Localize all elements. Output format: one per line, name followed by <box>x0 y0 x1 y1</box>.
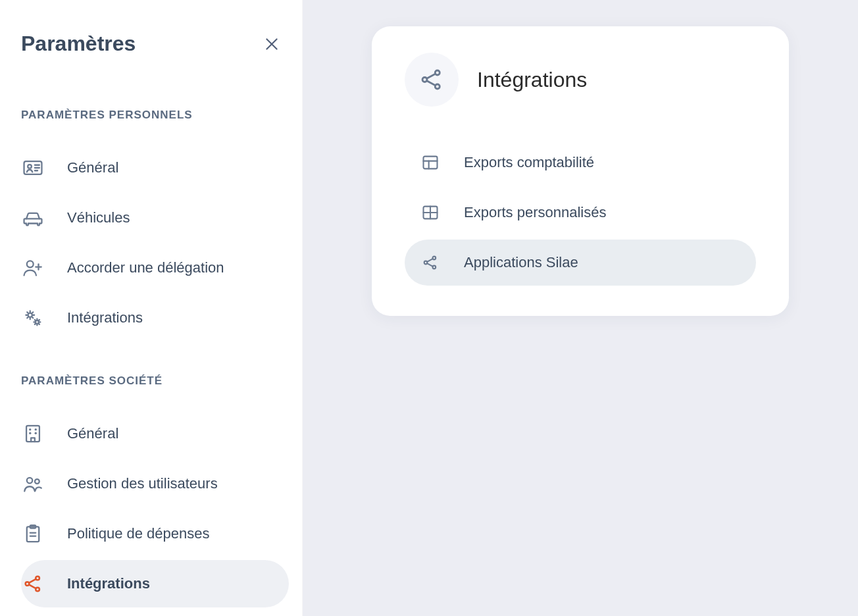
card-item-label: Applications Silae <box>464 254 578 271</box>
svg-rect-19 <box>27 526 39 542</box>
layout-icon <box>420 153 440 172</box>
network-icon <box>21 572 45 596</box>
card-item-label: Exports personnalisés <box>464 204 606 221</box>
sidebar-item-users[interactable]: Gestion des utilisateurs <box>21 460 289 507</box>
car-icon <box>21 206 45 230</box>
sidebar-item-company-integrations[interactable]: Intégrations <box>21 560 289 607</box>
sidebar-item-label: Général <box>67 159 118 176</box>
sidebar-item-label: Accorder une délégation <box>67 259 224 276</box>
building-icon <box>21 422 45 446</box>
id-card-icon <box>21 156 45 180</box>
sidebar-item-label: Intégrations <box>67 309 143 326</box>
card-item-silae-applications[interactable]: Applications Silae <box>405 240 756 286</box>
integrations-header-icon <box>405 53 459 107</box>
svg-line-31 <box>427 74 436 78</box>
clipboard-icon <box>21 522 45 546</box>
card-header: Intégrations <box>405 53 756 107</box>
svg-line-26 <box>29 579 36 583</box>
table-icon <box>420 203 440 222</box>
card-item-label: Exports comptabilité <box>464 154 594 171</box>
svg-rect-12 <box>26 426 39 442</box>
svg-line-43 <box>427 263 433 267</box>
svg-point-10 <box>28 313 32 317</box>
sidebar-item-label: Gestion des utilisateurs <box>67 475 218 492</box>
sidebar-item-vehicles[interactable]: Véhicules <box>21 194 289 242</box>
svg-line-27 <box>29 584 36 588</box>
sidebar-item-personal-integrations[interactable]: Intégrations <box>21 294 289 342</box>
sidebar-item-label: Véhicules <box>67 209 130 226</box>
card-title: Intégrations <box>477 68 587 92</box>
svg-line-42 <box>427 259 433 262</box>
svg-point-18 <box>35 479 39 484</box>
network-icon <box>420 253 440 272</box>
sidebar-item-company-general[interactable]: Général <box>21 410 289 457</box>
svg-line-32 <box>427 81 436 86</box>
close-button[interactable] <box>260 32 284 56</box>
svg-rect-33 <box>424 157 438 169</box>
sidebar-item-label: Intégrations <box>67 575 150 592</box>
svg-point-11 <box>36 321 39 324</box>
sidebar-section-company: PARAMÈTRES SOCIÉTÉ <box>21 374 289 388</box>
page-title: Paramètres <box>21 32 136 56</box>
sidebar-header: Paramètres <box>21 32 289 56</box>
svg-point-7 <box>27 261 34 267</box>
sidebar-item-policy[interactable]: Politique de dépenses <box>21 510 289 557</box>
gears-icon <box>21 306 45 330</box>
users-icon <box>21 472 45 496</box>
sidebar-item-delegation[interactable]: Accorder une délégation <box>21 244 289 292</box>
svg-point-3 <box>28 165 32 168</box>
close-icon <box>263 36 280 53</box>
settings-sidebar: Paramètres PARAMÈTRES PERSONNELS Général… <box>0 0 303 616</box>
card-item-custom-exports[interactable]: Exports personnalisés <box>405 190 756 236</box>
sidebar-section-personal: PARAMÈTRES PERSONNELS <box>21 109 289 122</box>
user-plus-icon <box>21 256 45 280</box>
card-item-accounting-exports[interactable]: Exports comptabilité <box>405 140 756 186</box>
svg-point-17 <box>27 478 32 484</box>
sidebar-item-label: Politique de dépenses <box>67 525 210 542</box>
sidebar-item-label: Général <box>67 425 118 442</box>
integrations-card: Intégrations Exports comptabilité Export… <box>372 26 789 316</box>
main-content: Intégrations Exports comptabilité Export… <box>303 0 858 616</box>
sidebar-item-personal-general[interactable]: Général <box>21 144 289 192</box>
